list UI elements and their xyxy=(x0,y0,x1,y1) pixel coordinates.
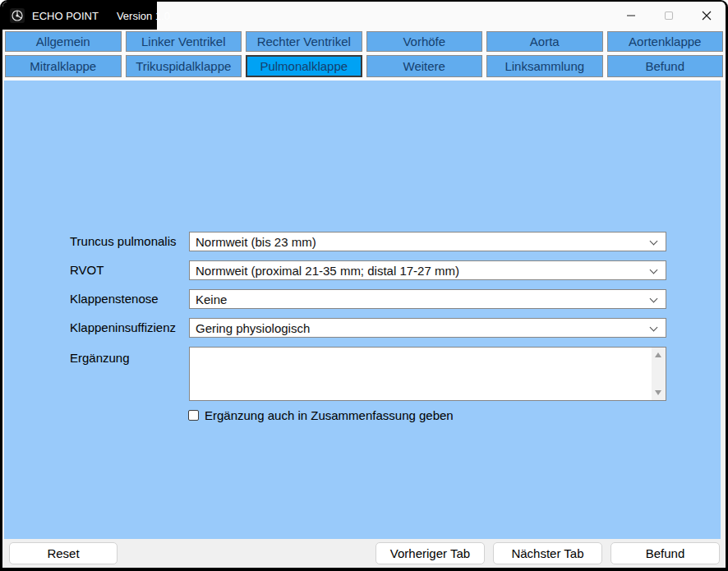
minimize-icon xyxy=(626,11,636,21)
scroll-down-icon[interactable] xyxy=(655,390,661,395)
chevron-down-icon xyxy=(650,266,658,274)
tab-linksammlung[interactable]: Linksammlung xyxy=(486,55,603,77)
truncus-pulmonalis-row: Truncus pulmonalis Normweit (bis 23 mm) xyxy=(4,232,721,251)
klappenstenose-row: Klappenstenose Keine xyxy=(4,289,721,309)
previous-tab-button[interactable]: Vorheriger Tab xyxy=(376,542,485,564)
tab-vorhoefe[interactable]: Vorhöfe xyxy=(366,31,483,52)
chevron-down-icon xyxy=(650,237,658,246)
footer-nav-group: Vorheriger Tab Nächster Tab Befund xyxy=(376,542,720,564)
titlebar: ECHO POINT Version 1.0 xyxy=(2,2,726,30)
truncus-pulmonalis-value: Normweit (bis 23 mm) xyxy=(196,235,316,249)
klappenstenose-select[interactable]: Keine xyxy=(189,289,666,309)
textarea-scrollbar[interactable] xyxy=(652,348,666,400)
window-controls xyxy=(612,2,726,30)
tabbar: Allgemein Linker Ventrikel Rechter Ventr… xyxy=(2,30,726,81)
truncus-pulmonalis-label: Truncus pulmonalis xyxy=(70,232,177,251)
close-button[interactable] xyxy=(688,2,726,30)
tab-aortenklappe[interactable]: Aortenklappe xyxy=(607,31,724,52)
rvot-value: Normweit (proximal 21-35 mm; distal 17-2… xyxy=(196,264,459,278)
ergaenzung-label: Ergänzung xyxy=(70,348,130,368)
app-title: ECHO POINT xyxy=(32,10,99,22)
klappeninsuffizienz-row: Klappeninsuffizienz Gering physiologisch xyxy=(4,318,721,338)
klappenstenose-label: Klappenstenose xyxy=(70,289,159,309)
close-icon xyxy=(702,11,712,21)
klappeninsuffizienz-select[interactable]: Gering physiologisch xyxy=(189,318,666,338)
klappeninsuffizienz-label: Klappeninsuffizienz xyxy=(70,318,176,338)
tab-aorta[interactable]: Aorta xyxy=(486,31,603,52)
tab-trikuspidalklappe[interactable]: Trikuspidalklappe xyxy=(126,55,242,77)
pulmonalklappe-panel: Truncus pulmonalis Normweit (bis 23 mm) … xyxy=(4,81,721,539)
befund-button[interactable]: Befund xyxy=(611,542,720,564)
chevron-down-icon xyxy=(650,324,658,332)
ergaenzung-textarea[interactable] xyxy=(189,347,666,401)
maximize-button[interactable] xyxy=(650,2,688,30)
tab-allgemein[interactable]: Allgemein xyxy=(5,31,122,52)
tab-pulmonalklappe[interactable]: Pulmonalklappe xyxy=(246,55,362,77)
maximize-icon xyxy=(664,11,674,21)
next-tab-button[interactable]: Nächster Tab xyxy=(493,542,602,564)
klappeninsuffizienz-value: Gering physiologisch xyxy=(196,321,310,335)
tab-weitere[interactable]: Weitere xyxy=(366,55,483,77)
footer: Reset Vorheriger Tab Nächster Tab Befund xyxy=(2,539,726,568)
tab-befund[interactable]: Befund xyxy=(607,55,724,77)
summary-checkbox-label: Ergänzung auch in Zusammenfassung geben xyxy=(205,408,454,422)
tab-linker-ventrikel[interactable]: Linker Ventrikel xyxy=(126,31,242,52)
tab-rechter-ventrikel[interactable]: Rechter Ventrikel xyxy=(246,31,362,52)
echo-heart-icon xyxy=(10,8,25,23)
truncus-pulmonalis-select[interactable]: Normweit (bis 23 mm) xyxy=(189,232,666,251)
app-window: ECHO POINT Version 1.0 Allgemein Linker … xyxy=(0,0,728,571)
rvot-select[interactable]: Normweit (proximal 21-35 mm; distal 17-2… xyxy=(189,260,666,280)
summary-checkbox[interactable] xyxy=(188,410,199,421)
app-version: Version 1.0 xyxy=(117,10,170,22)
tab-mitralklappe[interactable]: Mitralklappe xyxy=(5,55,122,77)
scroll-up-icon[interactable] xyxy=(655,352,661,357)
reset-button[interactable]: Reset xyxy=(9,542,117,564)
titlebar-branding: ECHO POINT Version 1.0 xyxy=(2,2,157,30)
chevron-down-icon xyxy=(650,295,658,303)
minimize-button[interactable] xyxy=(612,2,650,30)
rvot-row: RVOT Normweit (proximal 21-35 mm; distal… xyxy=(4,260,721,280)
klappenstenose-value: Keine xyxy=(196,292,227,306)
summary-checkbox-row: Ergänzung auch in Zusammenfassung geben xyxy=(188,408,454,422)
rvot-label: RVOT xyxy=(70,260,104,280)
